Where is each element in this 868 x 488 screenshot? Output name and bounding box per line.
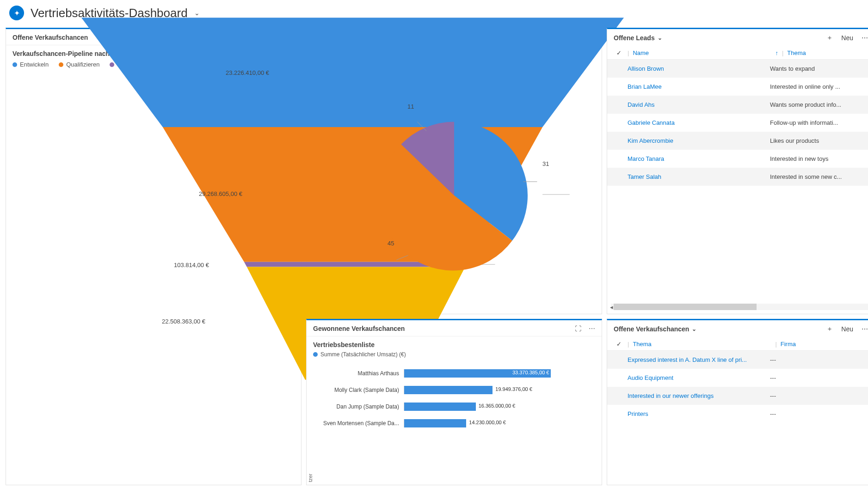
- y-axis-label: tzer: [308, 474, 313, 482]
- card-leads: Offene Leads⌄ ＋ Neu ⋯ ✓| Name ↑| Thema A…: [607, 28, 868, 314]
- new-button[interactable]: Neu: [841, 325, 853, 333]
- lead-name[interactable]: Tamer Salah: [628, 173, 766, 180]
- bar-name: Sven Mortensen (Sample Da...: [316, 420, 404, 427]
- lead-topic: Wants some product info...: [770, 101, 868, 108]
- funnel-chart: 23.226.410,00 € 29.268.605,00 € 103.814,…: [6, 28, 302, 388]
- table-row[interactable]: David AhsWants some product info...: [607, 96, 868, 114]
- card-subtitle: Vertriebsbestenliste: [307, 336, 602, 348]
- horizontal-scrollbar[interactable]: ◂ ▸: [611, 304, 868, 310]
- lead-topic: Interested in new toys: [770, 155, 868, 162]
- funnel-value: 103.814,00 €: [174, 262, 209, 268]
- pie-value: 45: [388, 240, 394, 247]
- table-row[interactable]: Tamer SalahInterested in some new c...: [607, 168, 868, 186]
- table-row[interactable]: Expressed interest in A. Datum X line of…: [607, 351, 868, 369]
- bar-name: Molly Clark (Sample Data): [316, 387, 404, 393]
- card-bars: Gewonnene Verkaufschancen ⛶ ⋯ Vertriebsb…: [306, 319, 602, 485]
- bar-value: 19.949.376,00 €: [495, 386, 532, 392]
- pie-value: 11: [407, 103, 414, 110]
- lead-topic: Likes our products: [770, 137, 868, 144]
- card-title: Gewonnene Verkaufschancen: [313, 325, 405, 332]
- col-name[interactable]: Name: [633, 49, 649, 56]
- list-title: Offene Leads: [614, 34, 655, 42]
- add-icon[interactable]: ＋: [826, 325, 833, 333]
- lead-name[interactable]: David Ahs: [628, 101, 766, 108]
- chevron-down-icon[interactable]: ⌄: [658, 35, 662, 41]
- opp-company: ---: [770, 374, 868, 381]
- bar-value: 33.370.385,00 €: [512, 370, 549, 375]
- more-icon[interactable]: ⋯: [862, 34, 868, 42]
- col-topic[interactable]: Thema: [787, 49, 868, 56]
- opps-rows: Expressed interest in A. Datum X line of…: [607, 351, 868, 423]
- bar-value: 16.365.000,00 €: [479, 403, 516, 409]
- lead-topic: Wants to expand: [770, 65, 868, 72]
- svg-marker-3: [247, 267, 302, 380]
- bar-name: Matthias Arthaus: [316, 370, 404, 377]
- column-headers: ✓| Name ↑| Thema: [607, 47, 868, 60]
- bar-row: Sven Mortensen (Sample Da...14.230.000,0…: [316, 415, 592, 432]
- select-all-icon[interactable]: ✓: [614, 341, 624, 348]
- svg-marker-0: [81, 28, 302, 127]
- column-headers: ✓| Thema| Firma: [607, 338, 868, 351]
- funnel-value: 23.226.410,00 €: [226, 69, 269, 76]
- bar-value: 14.230.000,00 €: [469, 420, 506, 425]
- opp-topic[interactable]: Expressed interest in A. Datum X line of…: [628, 356, 766, 363]
- more-icon[interactable]: ⋯: [862, 325, 868, 333]
- card-opportunities: Offene Verkaufschancen⌄ ＋ Neu ⋯ ✓| Thema…: [607, 319, 868, 485]
- table-row[interactable]: Marco TanaraInterested in new toys: [607, 150, 868, 168]
- lead-topic: Interested in some new c...: [770, 173, 868, 180]
- select-all-icon[interactable]: ✓: [614, 49, 624, 56]
- list-title: Offene Verkaufschancen: [614, 325, 689, 333]
- bar-legend: Summe (Tatsächlicher Umsatz) (€): [320, 351, 406, 358]
- new-button[interactable]: Neu: [841, 34, 853, 42]
- expand-icon[interactable]: ⛶: [575, 325, 581, 332]
- lead-name[interactable]: Gabriele Cannata: [628, 119, 766, 126]
- table-row[interactable]: Brian LaMeeInterested in online only ...: [607, 78, 868, 96]
- col-company[interactable]: Firma: [781, 341, 868, 348]
- table-row[interactable]: Interested in our newer offerings---: [607, 387, 868, 405]
- funnel-value: 29.268.605,00 €: [199, 190, 242, 197]
- opp-topic[interactable]: Interested in our newer offerings: [628, 392, 766, 399]
- leads-rows: Allison BrownWants to expandBrian LaMeeI…: [607, 60, 868, 186]
- bar-name: Dan Jump (Sample Data): [316, 403, 404, 410]
- lead-topic: Follow-up with informati...: [770, 119, 868, 126]
- card-pie: Alle Verkaufschancen ⛶ ⋯ Verkaufschance …: [306, 28, 602, 314]
- opp-company: ---: [770, 410, 868, 417]
- lead-name[interactable]: Allison Brown: [628, 65, 766, 72]
- table-row[interactable]: Kim AbercrombieLikes our products: [607, 132, 868, 150]
- add-icon[interactable]: ＋: [826, 34, 833, 42]
- lead-topic: Interested in online only ...: [770, 83, 868, 90]
- table-row[interactable]: Printers---: [607, 405, 868, 423]
- lead-name[interactable]: Kim Abercrombie: [628, 137, 766, 144]
- lead-name[interactable]: Marco Tanara: [628, 155, 766, 162]
- opp-topic[interactable]: Audio Equipment: [628, 374, 766, 381]
- bar-row: Dan Jump (Sample Data)16.365.000,00 €: [316, 398, 592, 415]
- more-icon[interactable]: ⋯: [589, 325, 595, 332]
- table-row[interactable]: Gabriele CannataFollow-up with informati…: [607, 114, 868, 132]
- lead-name[interactable]: Brian LaMee: [628, 83, 766, 90]
- opp-topic[interactable]: Printers: [628, 410, 766, 417]
- table-row[interactable]: Allison BrownWants to expand: [607, 60, 868, 78]
- opp-company: ---: [770, 392, 868, 399]
- pie-chart: 31 45 11: [307, 68, 602, 314]
- col-topic[interactable]: Thema: [633, 341, 771, 348]
- opp-company: ---: [770, 356, 868, 363]
- chevron-down-icon[interactable]: ⌄: [692, 326, 696, 332]
- bar-row: Molly Clark (Sample Data)19.949.376,00 €: [316, 382, 592, 398]
- svg-line-9: [396, 256, 408, 260]
- funnel-value: 22.508.363,00 €: [162, 318, 205, 325]
- svg-marker-2: [244, 262, 302, 267]
- bar-chart: Matthias Arthaus33.370.385,00 €Molly Cla…: [307, 360, 602, 432]
- card-funnel: Offene Verkaufschancen ⛶ ⋯ Verkaufschanc…: [6, 28, 302, 485]
- pie-value: 31: [542, 160, 549, 167]
- table-row[interactable]: Audio Equipment---: [607, 369, 868, 387]
- bar-row: Matthias Arthaus33.370.385,00 €: [316, 365, 592, 382]
